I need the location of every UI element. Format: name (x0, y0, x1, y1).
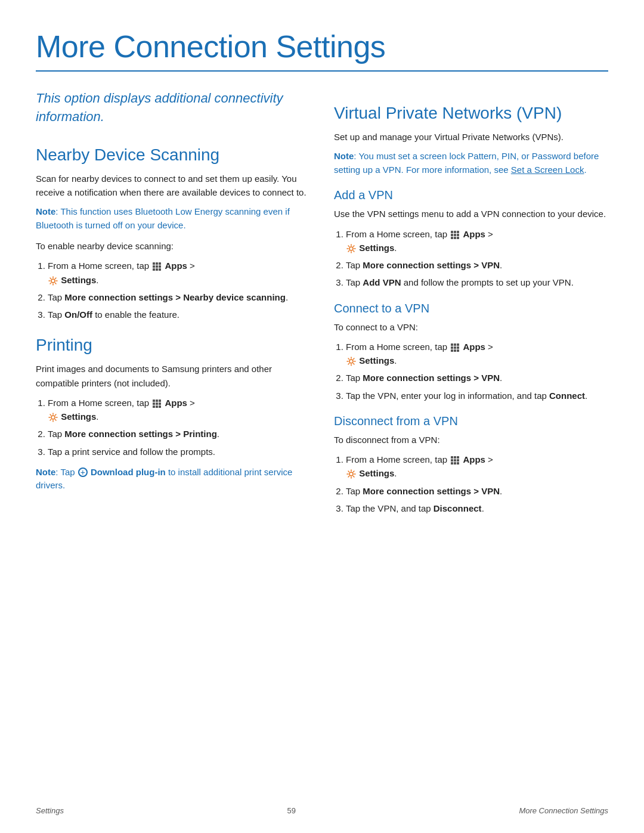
printing-step-2: Tap More connection settings > Printing. (48, 427, 310, 441)
page-title: More Connection Settings (36, 29, 608, 64)
nearby-step-3: Tap On/Off to enable the feature. (48, 308, 310, 321)
printing-step-1: From a Home screen, tap (48, 396, 310, 424)
svg-rect-35 (457, 346, 459, 349)
settings-icon-4 (346, 356, 356, 366)
svg-rect-45 (457, 459, 459, 462)
svg-rect-32 (457, 343, 459, 346)
svg-rect-2 (159, 262, 161, 265)
svg-rect-23 (451, 234, 453, 236)
disconnect-vpn-steps: From a Home screen, tap (346, 453, 608, 515)
printing-note: Note: Tap + Download plug-in to install … (36, 466, 310, 493)
svg-rect-30 (451, 343, 453, 346)
svg-rect-6 (153, 268, 155, 271)
svg-rect-21 (454, 231, 456, 233)
add-vpn-step3-prefix: Tap (346, 277, 363, 287)
nearby-step1-settings: Settings (61, 275, 96, 285)
nearby-step3-bold: On/Off (64, 309, 92, 320)
add-vpn-step-1: From a Home screen, tap (346, 227, 608, 255)
svg-rect-42 (457, 456, 459, 459)
printing-step-3: Tap a print service and follow the promp… (48, 445, 310, 459)
disconnect-vpn-step3-prefix: Tap the VPN, and tap (346, 503, 434, 513)
add-vpn-step3-bold: Add VPN (363, 277, 401, 287)
svg-rect-11 (156, 400, 158, 402)
disconnect-vpn-step-2: Tap More connection settings > VPN. (346, 484, 608, 498)
nearby-step2-text: More connection settings > Nearby device… (64, 292, 286, 302)
svg-rect-5 (159, 265, 161, 268)
nearby-step-2: Tap More connection settings > Nearby de… (48, 290, 310, 304)
connect-vpn-step3-prefix: Tap the VPN, enter your log in informati… (346, 391, 549, 401)
svg-rect-40 (451, 456, 453, 459)
settings-icon-1 (48, 275, 58, 285)
svg-rect-31 (454, 343, 456, 346)
apps-icon-5 (450, 455, 460, 465)
vpn-description: Set up and manage your Virtual Private N… (334, 130, 608, 144)
svg-rect-10 (153, 400, 155, 402)
printing-section-title: Printing (36, 336, 310, 355)
svg-rect-13 (153, 402, 155, 405)
nearby-step1-apps: Apps (165, 261, 187, 271)
disconnect-vpn-step3-suffix: . (482, 503, 484, 513)
disconnect-vpn-step-3: Tap the VPN, and tap Disconnect. (346, 501, 608, 515)
apps-icon-2 (152, 398, 162, 408)
svg-rect-24 (454, 234, 456, 236)
nearby-enable-label: To enable nearby device scanning: (36, 239, 310, 253)
add-vpn-step-3: Tap Add VPN and follow the prompts to se… (346, 275, 608, 289)
apps-icon-4 (450, 342, 460, 352)
svg-rect-18 (159, 405, 161, 408)
svg-rect-8 (159, 268, 161, 271)
svg-rect-38 (457, 349, 459, 352)
svg-rect-4 (156, 265, 158, 268)
svg-rect-15 (159, 402, 161, 405)
add-vpn-title: Add a VPN (334, 188, 608, 202)
add-vpn-step-2: Tap More connection settings > VPN. (346, 258, 608, 272)
connect-vpn-steps: From a Home screen, tap (346, 340, 608, 402)
disconnect-vpn-step2-bold: More connection settings > VPN (363, 486, 500, 496)
printing-step1-settings: Settings (61, 411, 96, 422)
settings-icon-3 (346, 243, 356, 253)
connect-vpn-step-2: Tap More connection settings > VPN. (346, 371, 608, 385)
svg-rect-3 (153, 265, 155, 268)
svg-point-19 (51, 416, 55, 419)
svg-rect-44 (454, 459, 456, 462)
svg-rect-17 (156, 405, 158, 408)
add-vpn-description: Use the VPN settings menu to add a VPN c… (334, 207, 608, 221)
svg-rect-22 (457, 231, 459, 233)
svg-rect-0 (153, 262, 155, 265)
svg-rect-33 (451, 346, 453, 349)
add-vpn-steps: From a Home screen, tap (346, 227, 608, 290)
two-column-layout: This option displays additional connecti… (36, 89, 608, 522)
connect-vpn-title: Connect to a VPN (334, 302, 608, 315)
footer-page-number: 59 (287, 806, 295, 815)
nearby-steps-list: From a Home screen, tap (48, 259, 310, 321)
apps-icon-3 (450, 230, 460, 239)
add-vpn-step1-settings: Settings (359, 243, 394, 253)
vpn-note-link: Set a Screen Lock (511, 165, 584, 175)
svg-rect-14 (156, 402, 158, 405)
connect-vpn-step1-settings: Settings (359, 355, 394, 366)
svg-rect-48 (457, 462, 459, 465)
page-container: More Connection Settings This option dis… (0, 0, 644, 570)
disconnect-vpn-step3-bold: Disconnect (434, 503, 482, 513)
printing-steps-list: From a Home screen, tap (48, 396, 310, 459)
svg-rect-12 (159, 400, 161, 402)
svg-rect-47 (454, 462, 456, 465)
footer-right: More Connection Settings (519, 806, 608, 815)
svg-rect-41 (454, 456, 456, 459)
nearby-note-text: This function uses Bluetooth Low Energy … (36, 206, 290, 230)
svg-rect-16 (153, 405, 155, 408)
nearby-note-label: Note (36, 206, 55, 216)
nearby-note: Note: This function uses Bluetooth Low E… (36, 205, 310, 232)
footer-left: Settings (36, 806, 64, 815)
vpn-note: Note: You must set a screen lock Pattern… (334, 150, 608, 176)
nearby-step-1: From a Home screen, tap (48, 259, 310, 287)
connect-vpn-step1-apps: Apps (463, 342, 485, 352)
add-vpn-step2-bold: More connection settings > VPN (363, 260, 500, 270)
svg-rect-26 (451, 237, 453, 239)
printing-note-label: Note (36, 467, 55, 477)
settings-icon-2 (48, 412, 58, 422)
disconnect-vpn-title: Disconnect from a VPN (334, 414, 608, 428)
printing-step1-apps: Apps (165, 398, 187, 408)
disconnect-vpn-step1-apps: Apps (463, 454, 485, 465)
right-column: Virtual Private Networks (VPN) Set up an… (334, 89, 608, 522)
vpn-note-label: Note (334, 151, 354, 161)
